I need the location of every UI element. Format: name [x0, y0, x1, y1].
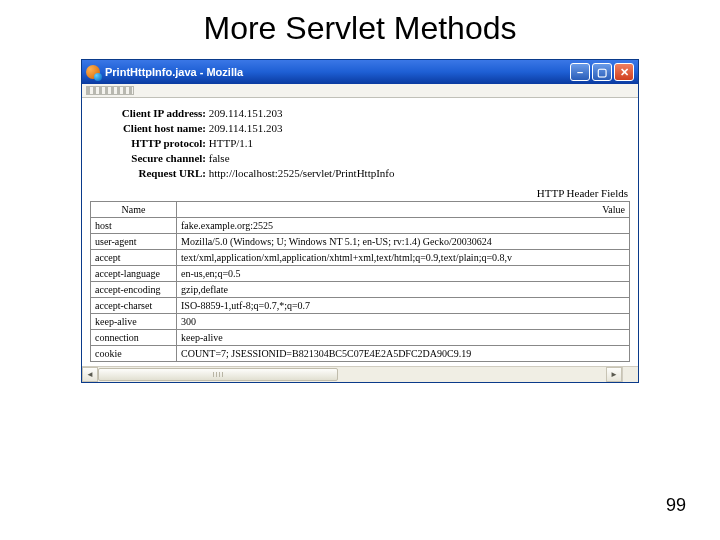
table-row: keep-alive300	[91, 314, 630, 330]
table-row: user-agentMozilla/5.0 (Windows; U; Windo…	[91, 234, 630, 250]
value-http-protocol: HTTP/1.1	[209, 137, 253, 149]
window-controls: – ▢ ✕	[570, 63, 634, 81]
header-name-cell: accept	[91, 250, 177, 266]
table-row: accept-charsetISO-8859-1,utf-8;q=0.7,*;q…	[91, 298, 630, 314]
value-request-url: http://localhost:2525/servlet/PrintHttpI…	[209, 167, 395, 179]
table-caption: HTTP Header Fields	[90, 187, 628, 199]
scroll-corner	[622, 367, 638, 382]
table-row: connectionkeep-alive	[91, 330, 630, 346]
info-ip: Client IP address: 209.114.151.203	[90, 107, 630, 119]
toolbar-row	[82, 84, 638, 98]
info-url: Request URL: http://localhost:2525/servl…	[90, 167, 630, 179]
scroll-left-button[interactable]: ◄	[82, 367, 98, 382]
scroll-track[interactable]	[98, 367, 606, 382]
table-row: accept-languageen-us,en;q=0.5	[91, 266, 630, 282]
maximize-button[interactable]: ▢	[592, 63, 612, 81]
slide-page-number: 99	[666, 495, 686, 516]
scroll-thumb[interactable]	[98, 368, 338, 381]
close-button[interactable]: ✕	[614, 63, 634, 81]
page-content: Client IP address: 209.114.151.203 Clien…	[82, 98, 638, 366]
table-header-row: Name Value	[91, 202, 630, 218]
label-http-protocol: HTTP protocol:	[90, 137, 206, 149]
http-headers-table: Name Value hostfake.example.org:2525user…	[90, 201, 630, 362]
info-host: Client host name: 209.114.151.203	[90, 122, 630, 134]
header-name-cell: keep-alive	[91, 314, 177, 330]
browser-window: PrintHttpInfo.java - Mozilla – ▢ ✕ Clien…	[81, 59, 639, 383]
window-titlebar: PrintHttpInfo.java - Mozilla – ▢ ✕	[82, 60, 638, 84]
header-name-cell: accept-charset	[91, 298, 177, 314]
label-client-host: Client host name:	[90, 122, 206, 134]
value-client-host: 209.114.151.203	[209, 122, 283, 134]
table-row: accepttext/xml,application/xml,applicati…	[91, 250, 630, 266]
header-name-cell: connection	[91, 330, 177, 346]
table-row: cookieCOUNT=7; JSESSIONID=B821304BC5C07E…	[91, 346, 630, 362]
header-name-cell: user-agent	[91, 234, 177, 250]
slide-title: More Servlet Methods	[0, 10, 720, 47]
header-value-cell: Mozilla/5.0 (Windows; U; Windows NT 5.1;…	[177, 234, 630, 250]
col-name: Name	[91, 202, 177, 218]
header-value-cell: en-us,en;q=0.5	[177, 266, 630, 282]
header-name-cell: host	[91, 218, 177, 234]
header-value-cell: gzip,deflate	[177, 282, 630, 298]
header-value-cell: text/xml,application/xml,application/xht…	[177, 250, 630, 266]
value-secure-channel: false	[209, 152, 230, 164]
table-row: hostfake.example.org:2525	[91, 218, 630, 234]
header-value-cell: keep-alive	[177, 330, 630, 346]
header-name-cell: accept-encoding	[91, 282, 177, 298]
header-value-cell: fake.example.org:2525	[177, 218, 630, 234]
header-value-cell: COUNT=7; JSESSIONID=B821304BC5C07E4E2A5D…	[177, 346, 630, 362]
horizontal-scrollbar[interactable]: ◄ ►	[82, 366, 638, 382]
col-value: Value	[177, 202, 630, 218]
header-value-cell: 300	[177, 314, 630, 330]
throbber-icon	[86, 86, 134, 95]
minimize-button[interactable]: –	[570, 63, 590, 81]
value-client-ip: 209.114.151.203	[209, 107, 283, 119]
info-secure: Secure channel: false	[90, 152, 630, 164]
label-client-ip: Client IP address:	[90, 107, 206, 119]
header-value-cell: ISO-8859-1,utf-8;q=0.7,*;q=0.7	[177, 298, 630, 314]
scroll-right-button[interactable]: ►	[606, 367, 622, 382]
window-title: PrintHttpInfo.java - Mozilla	[105, 66, 570, 78]
header-name-cell: accept-language	[91, 266, 177, 282]
label-request-url: Request URL:	[90, 167, 206, 179]
label-secure-channel: Secure channel:	[90, 152, 206, 164]
info-protocol: HTTP protocol: HTTP/1.1	[90, 137, 630, 149]
header-name-cell: cookie	[91, 346, 177, 362]
table-row: accept-encodinggzip,deflate	[91, 282, 630, 298]
mozilla-icon	[86, 65, 100, 79]
